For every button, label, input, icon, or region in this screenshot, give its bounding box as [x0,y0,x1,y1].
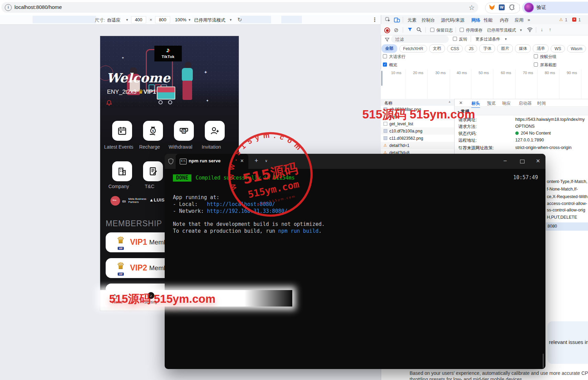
close-window-icon[interactable]: ✕ [536,158,540,164]
chip-doc[interactable]: 文档 [429,44,445,53]
size-mode-select[interactable]: 自适应 [107,17,120,23]
add-person-icon [210,126,220,136]
minimize-icon[interactable]: – [504,158,507,164]
tick-label: 80 ms [545,71,555,75]
terminal-scrollbar[interactable] [543,354,544,368]
tab-memory[interactable]: 内存 [500,17,509,23]
chip-css[interactable]: CSS [447,45,463,53]
chip-ws[interactable]: WS [551,45,565,53]
chip-fetch-xhr[interactable]: Fetch/XHR [399,45,427,53]
vip-level-badge: VIP1 [143,89,156,95]
field-label: 请求方法: [458,124,477,130]
user-line: ENY_2t2x3 ♛VIP1 [107,88,156,95]
tab-elements[interactable]: 元素 [408,17,416,23]
extensions-puzzle-icon[interactable] [509,4,515,10]
more-tabs-chevron[interactable]: » [528,17,530,22]
cors-warning-icon: ⚠ [384,143,387,147]
throttle-select[interactable]: 已停用节流模式 [194,17,225,23]
screenshots-checkbox[interactable] [534,62,538,67]
company-button[interactable] [112,161,132,181]
chip-all[interactable]: 全部 [381,44,397,53]
bell-icon[interactable] [106,100,113,106]
chip-manifest[interactable]: 清单 [533,44,549,53]
filter-funnel-icon [385,38,389,42]
clear-icon[interactable]: ⊘ [394,27,398,33]
width-input[interactable]: 400 [131,16,146,23]
device-toolbar-icon[interactable] [394,17,400,23]
zoom-select[interactable]: 100% [175,17,186,22]
building-icon [117,166,127,176]
field-label: 远程地址: [458,138,477,143]
close-details-icon[interactable]: ✕ [459,100,463,105]
inspect-cursor-icon[interactable] [385,17,391,23]
word-extension-icon[interactable]: W [499,4,505,10]
preserve-log-label: 保留日志 [436,27,453,33]
warning-count: 1 [565,18,567,22]
overflow-menu-icon[interactable]: ⋮ [372,16,377,23]
address-bar[interactable] [1,2,478,13]
request-row[interactable]: c10.df7b100a.png [381,127,454,135]
vip-level: VIP2 [130,263,147,273]
overview-scroll-thumb[interactable] [381,71,383,86]
disable-cache-checkbox[interactable] [460,28,464,32]
invitation-button[interactable] [205,121,225,141]
chip-font[interactable]: 字体 [479,44,495,53]
recharge-button[interactable]: $ [143,121,163,141]
tab-initiator[interactable]: 启动器 [519,101,532,106]
preserve-log-checkbox[interactable] [430,28,434,32]
build-hint-line: To create a production build, run npm ru… [173,228,321,234]
header-fragment: ontent-Type,If-Match, [547,179,587,184]
chip-wasm[interactable]: Wasm [567,45,586,53]
throttle-select[interactable]: 已停用节流模式 [487,27,516,33]
tiktok-logo-text: TikTok [154,55,182,59]
error-icon[interactable]: ✕ [572,18,576,22]
maximize-icon[interactable] [520,160,525,163]
tab-performance[interactable]: 性能 [484,17,493,23]
shield-icon [168,158,174,164]
filter-placeholder: 过滤 [395,37,404,43]
tab-preview[interactable]: 预览 [487,101,496,106]
export-har-icon[interactable]: ↑ [549,27,551,32]
sparkle-icon: ✦ [204,70,208,75]
meta-sub: Partners [128,200,139,204]
rotate-device-icon[interactable]: ↻ [237,16,242,23]
overview-label: 概览 [389,62,397,68]
filter-icon[interactable] [408,27,412,32]
search-icon[interactable] [416,27,422,32]
name-column-header[interactable]: 名称 [384,100,392,106]
chip-img[interactable]: 图片 [497,44,513,53]
status-dot [515,131,519,135]
record-button[interactable] [384,27,390,33]
tc-button[interactable] [143,161,163,181]
screenshots-label: 屏幕截图 [540,62,556,68]
request-row[interactable]: c11.d0823562.png [381,135,454,142]
tab-response[interactable]: 响应 [502,101,511,106]
group-frames-checkbox[interactable] [534,54,538,58]
more-filters-button[interactable]: 更多过滤条件 [475,36,500,42]
request-row[interactable]: ⚠detail?id=1 [381,142,454,149]
network-conditions-icon[interactable] [527,27,533,32]
tab-application[interactable]: 应用 [515,17,524,23]
tick-label: 30 ms [435,71,446,75]
scroll-up-arrow[interactable]: ▲ [448,100,451,103]
warning-icon[interactable]: ⚠ [559,17,563,22]
site-info-icon[interactable]: i [5,4,12,11]
overview-checkbox[interactable]: ✓ [383,62,387,67]
chip-media[interactable]: 媒体 [515,44,531,53]
meta-infinity-icon: ∞ [122,198,126,204]
withdrawal-button[interactable]: $ [174,121,194,141]
status-code-value: 204 No Content [521,131,551,136]
tab-timing[interactable]: 时间 [537,101,546,106]
height-input[interactable]: 800 [155,16,170,23]
chip-js[interactable]: JS [465,45,477,53]
avatar[interactable] [524,3,534,12]
invert-checkbox[interactable] [453,37,457,41]
tab-console[interactable]: 控制台 [422,17,435,23]
import-har-icon[interactable]: ↓ [541,27,543,32]
url-text[interactable]: localhost:8080/home [14,4,62,10]
latest-events-button[interactable] [112,121,132,141]
bookmark-star-icon[interactable]: ☆ [469,3,475,12]
vip-crown-badge: ♛VIP [115,235,127,249]
tab-sources[interactable]: 源代码/来源 [441,17,464,23]
big-rows-checkbox[interactable] [383,54,387,58]
